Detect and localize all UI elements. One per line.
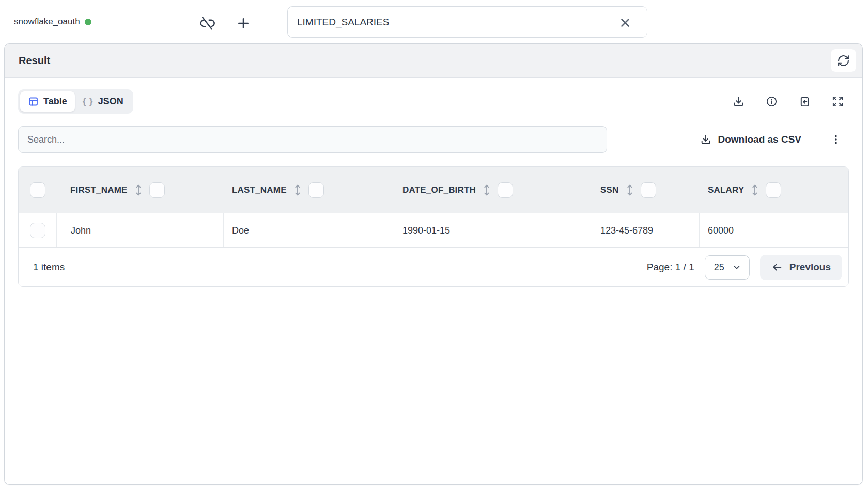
column-checkbox[interactable] (641, 182, 656, 198)
column-checkbox[interactable] (308, 182, 324, 198)
column-label: SSN (600, 185, 619, 195)
column-label: SALARY (708, 185, 744, 195)
column-label: DATE_OF_BIRTH (402, 185, 476, 195)
sort-icon[interactable] (483, 184, 491, 196)
result-header: Result (5, 44, 862, 78)
download-csv-label: Download as CSV (718, 134, 801, 145)
page-size-select[interactable]: 25 (705, 255, 750, 280)
header-select-all-cell (19, 167, 57, 213)
download-icon (700, 134, 711, 145)
column-checkbox[interactable] (149, 182, 165, 198)
sort-icon[interactable] (626, 184, 634, 196)
column-header-date-of-birth[interactable]: DATE_OF_BIRTH (394, 167, 592, 213)
row-select-cell (19, 213, 57, 248)
top-bar: snowflake_oauth (0, 0, 868, 43)
download-button[interactable] (731, 94, 747, 110)
view-toolbar: Table { } JSON (18, 89, 849, 114)
column-header-salary[interactable]: SALARY (700, 167, 848, 213)
add-tab-button[interactable] (234, 13, 253, 33)
row-checkbox[interactable] (30, 223, 45, 238)
search-input[interactable] (18, 126, 607, 153)
result-title: Result (19, 55, 50, 67)
sort-icon[interactable] (751, 184, 759, 196)
clipboard-paste-icon (799, 96, 811, 107)
column-header-ssn[interactable]: SSN (592, 167, 700, 213)
cell-date-of-birth[interactable]: 1990-01-15 (394, 213, 592, 248)
expand-icon (832, 96, 844, 107)
previous-label: Previous (789, 261, 831, 273)
download-csv-button[interactable]: Download as CSV (700, 134, 801, 145)
table-name-input[interactable] (287, 6, 647, 38)
column-header-first-name[interactable]: FIRST_NAME (57, 167, 224, 213)
refresh-icon (837, 54, 850, 67)
sort-icon[interactable] (293, 184, 302, 196)
link-off-icon (199, 16, 215, 31)
info-icon (766, 96, 778, 107)
column-checkbox[interactable] (498, 182, 513, 198)
cell-salary[interactable]: 60000 (700, 213, 848, 248)
result-body: Table { } JSON (5, 78, 862, 287)
json-braces-icon: { } (83, 97, 94, 107)
column-header-last-name[interactable]: LAST_NAME (224, 167, 394, 213)
table-header-row: FIRST_NAME LAST_NAME (19, 167, 848, 213)
table-name-field-wrap (287, 6, 647, 38)
tab-table-label: Table (43, 96, 67, 107)
download-icon (733, 96, 745, 107)
result-actions (731, 94, 849, 110)
plus-icon (236, 16, 251, 31)
previous-page-button[interactable]: Previous (760, 255, 842, 280)
refresh-button[interactable] (831, 49, 856, 72)
clear-table-name-button[interactable] (616, 14, 634, 32)
search-toolbar: Download as CSV (18, 126, 849, 153)
cell-first-name[interactable]: John (57, 213, 224, 248)
info-button[interactable] (764, 94, 780, 110)
fullscreen-button[interactable] (830, 94, 846, 110)
sort-icon[interactable] (134, 184, 143, 196)
connection-status-dot (85, 19, 91, 25)
table-row[interactable]: John Doe 1990-01-15 123-45-6789 60000 (19, 213, 848, 248)
items-count: 1 items (33, 261, 65, 273)
column-label: LAST_NAME (232, 185, 287, 195)
paste-button[interactable] (797, 94, 813, 110)
connection-name: snowflake_oauth (14, 17, 80, 27)
select-all-checkbox[interactable] (30, 182, 45, 198)
view-switcher: Table { } JSON (18, 89, 133, 114)
result-table: FIRST_NAME LAST_NAME (18, 166, 849, 287)
result-panel: Result Table (4, 43, 863, 485)
tab-table[interactable]: Table (20, 91, 75, 112)
connection-indicator: snowflake_oauth (14, 17, 91, 27)
table-icon (28, 96, 39, 107)
pagination: Page: 1 / 1 25 (647, 255, 842, 280)
page-info: Page: 1 / 1 (647, 261, 694, 273)
page-size-value: 25 (714, 262, 724, 273)
arrow-left-icon (771, 261, 783, 273)
cell-last-name[interactable]: Doe (224, 213, 394, 248)
disconnect-button[interactable] (197, 13, 217, 33)
tab-json-label: JSON (98, 96, 123, 107)
close-icon (618, 16, 632, 29)
chevron-down-icon (732, 262, 741, 272)
more-options-button[interactable] (828, 132, 844, 147)
column-label: FIRST_NAME (70, 185, 128, 195)
table-footer: 1 items Page: 1 / 1 25 (19, 248, 848, 286)
column-checkbox[interactable] (766, 182, 781, 198)
kebab-menu-icon (830, 134, 842, 145)
tab-json[interactable]: { } JSON (75, 91, 131, 112)
cell-ssn[interactable]: 123-45-6789 (592, 213, 700, 248)
